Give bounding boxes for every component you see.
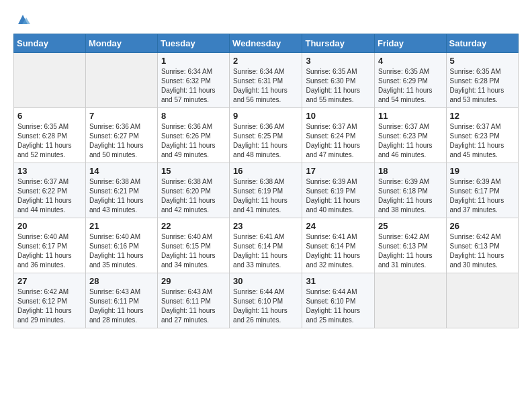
day-number: 3 xyxy=(306,56,371,66)
calendar-cell: 14Sunrise: 6:38 AMSunset: 6:21 PMDayligh… xyxy=(85,163,157,218)
day-number: 1 xyxy=(161,56,226,66)
day-number: 22 xyxy=(161,221,226,231)
calendar-cell: 17Sunrise: 6:39 AMSunset: 6:19 PMDayligh… xyxy=(302,163,375,218)
calendar-cell: 9Sunrise: 6:36 AMSunset: 6:25 PMDaylight… xyxy=(230,108,302,163)
cell-info: Sunrise: 6:39 AMSunset: 6:17 PMDaylight:… xyxy=(450,177,515,215)
cell-info: Sunrise: 6:37 AMSunset: 6:24 PMDaylight:… xyxy=(306,122,371,160)
week-row-3: 20Sunrise: 6:40 AMSunset: 6:17 PMDayligh… xyxy=(14,218,519,273)
day-number: 18 xyxy=(378,166,443,176)
day-number: 12 xyxy=(450,111,515,121)
logo-icon xyxy=(15,12,30,27)
cell-info: Sunrise: 6:40 AMSunset: 6:16 PMDaylight:… xyxy=(89,232,154,270)
calendar-cell: 11Sunrise: 6:37 AMSunset: 6:23 PMDayligh… xyxy=(375,108,447,163)
week-row-4: 27Sunrise: 6:42 AMSunset: 6:12 PMDayligh… xyxy=(14,273,519,328)
cell-info: Sunrise: 6:35 AMSunset: 6:30 PMDaylight:… xyxy=(306,67,371,105)
day-number: 31 xyxy=(306,276,371,286)
day-number: 19 xyxy=(450,166,515,176)
calendar-cell: 2Sunrise: 6:34 AMSunset: 6:31 PMDaylight… xyxy=(230,53,302,108)
cell-info: Sunrise: 6:39 AMSunset: 6:19 PMDaylight:… xyxy=(306,177,371,215)
week-row-2: 13Sunrise: 6:37 AMSunset: 6:22 PMDayligh… xyxy=(14,163,519,218)
day-number: 29 xyxy=(161,276,226,286)
cell-info: Sunrise: 6:37 AMSunset: 6:23 PMDaylight:… xyxy=(378,122,443,160)
calendar-cell: 5Sunrise: 6:35 AMSunset: 6:28 PMDaylight… xyxy=(446,53,518,108)
day-number: 21 xyxy=(89,221,154,231)
calendar-cell: 31Sunrise: 6:44 AMSunset: 6:10 PMDayligh… xyxy=(302,273,375,328)
calendar-cell: 16Sunrise: 6:38 AMSunset: 6:19 PMDayligh… xyxy=(230,163,302,218)
calendar-cell: 30Sunrise: 6:44 AMSunset: 6:10 PMDayligh… xyxy=(230,273,302,328)
day-number: 6 xyxy=(17,111,82,121)
cell-info: Sunrise: 6:37 AMSunset: 6:22 PMDaylight:… xyxy=(17,177,82,215)
day-number: 10 xyxy=(306,111,371,121)
calendar-cell xyxy=(85,53,157,108)
day-number: 20 xyxy=(17,221,82,231)
cell-info: Sunrise: 6:38 AMSunset: 6:21 PMDaylight:… xyxy=(89,177,154,215)
calendar-cell: 27Sunrise: 6:42 AMSunset: 6:12 PMDayligh… xyxy=(14,273,86,328)
day-number: 16 xyxy=(233,166,298,176)
cell-info: Sunrise: 6:41 AMSunset: 6:14 PMDaylight:… xyxy=(306,232,371,270)
calendar-cell: 21Sunrise: 6:40 AMSunset: 6:16 PMDayligh… xyxy=(85,218,157,273)
cell-info: Sunrise: 6:42 AMSunset: 6:13 PMDaylight:… xyxy=(450,232,515,270)
calendar-cell xyxy=(375,273,447,328)
cell-info: Sunrise: 6:42 AMSunset: 6:12 PMDaylight:… xyxy=(17,287,82,325)
day-header-tuesday: Tuesday xyxy=(157,34,229,53)
calendar-cell: 24Sunrise: 6:41 AMSunset: 6:14 PMDayligh… xyxy=(302,218,375,273)
calendar-header-row: SundayMondayTuesdayWednesdayThursdayFrid… xyxy=(14,34,519,53)
day-header-monday: Monday xyxy=(85,34,157,53)
calendar-cell: 6Sunrise: 6:35 AMSunset: 6:28 PMDaylight… xyxy=(14,108,86,163)
page-header xyxy=(13,13,519,27)
calendar-cell: 13Sunrise: 6:37 AMSunset: 6:22 PMDayligh… xyxy=(14,163,86,218)
calendar-cell: 29Sunrise: 6:43 AMSunset: 6:11 PMDayligh… xyxy=(157,273,229,328)
calendar-cell: 7Sunrise: 6:36 AMSunset: 6:27 PMDaylight… xyxy=(85,108,157,163)
calendar-cell: 19Sunrise: 6:39 AMSunset: 6:17 PMDayligh… xyxy=(446,163,518,218)
cell-info: Sunrise: 6:39 AMSunset: 6:18 PMDaylight:… xyxy=(378,177,443,215)
day-number: 28 xyxy=(89,276,154,286)
day-number: 17 xyxy=(306,166,371,176)
day-header-sunday: Sunday xyxy=(14,34,86,53)
cell-info: Sunrise: 6:35 AMSunset: 6:29 PMDaylight:… xyxy=(378,67,443,105)
day-number: 2 xyxy=(233,56,298,66)
day-number: 24 xyxy=(306,221,371,231)
cell-info: Sunrise: 6:40 AMSunset: 6:15 PMDaylight:… xyxy=(161,232,226,270)
cell-info: Sunrise: 6:36 AMSunset: 6:27 PMDaylight:… xyxy=(89,122,154,160)
calendar-cell: 4Sunrise: 6:35 AMSunset: 6:29 PMDaylight… xyxy=(375,53,447,108)
day-number: 26 xyxy=(450,221,515,231)
calendar-cell: 20Sunrise: 6:40 AMSunset: 6:17 PMDayligh… xyxy=(14,218,86,273)
day-number: 11 xyxy=(378,111,443,121)
cell-info: Sunrise: 6:44 AMSunset: 6:10 PMDaylight:… xyxy=(233,287,298,325)
cell-info: Sunrise: 6:34 AMSunset: 6:32 PMDaylight:… xyxy=(161,67,226,105)
cell-info: Sunrise: 6:42 AMSunset: 6:13 PMDaylight:… xyxy=(378,232,443,270)
day-number: 14 xyxy=(89,166,154,176)
calendar-cell: 10Sunrise: 6:37 AMSunset: 6:24 PMDayligh… xyxy=(302,108,375,163)
day-header-wednesday: Wednesday xyxy=(230,34,302,53)
cell-info: Sunrise: 6:40 AMSunset: 6:17 PMDaylight:… xyxy=(17,232,82,270)
cell-info: Sunrise: 6:43 AMSunset: 6:11 PMDaylight:… xyxy=(161,287,226,325)
calendar-cell: 23Sunrise: 6:41 AMSunset: 6:14 PMDayligh… xyxy=(230,218,302,273)
calendar-cell: 22Sunrise: 6:40 AMSunset: 6:15 PMDayligh… xyxy=(157,218,229,273)
day-number: 4 xyxy=(378,56,443,66)
cell-info: Sunrise: 6:36 AMSunset: 6:26 PMDaylight:… xyxy=(161,122,226,160)
cell-info: Sunrise: 6:38 AMSunset: 6:19 PMDaylight:… xyxy=(233,177,298,215)
week-row-1: 6Sunrise: 6:35 AMSunset: 6:28 PMDaylight… xyxy=(14,108,519,163)
day-number: 5 xyxy=(450,56,515,66)
calendar-cell: 8Sunrise: 6:36 AMSunset: 6:26 PMDaylight… xyxy=(157,108,229,163)
day-number: 27 xyxy=(17,276,82,286)
calendar-table: SundayMondayTuesdayWednesdayThursdayFrid… xyxy=(13,34,519,328)
logo xyxy=(13,13,30,27)
calendar-cell: 3Sunrise: 6:35 AMSunset: 6:30 PMDaylight… xyxy=(302,53,375,108)
cell-info: Sunrise: 6:36 AMSunset: 6:25 PMDaylight:… xyxy=(233,122,298,160)
calendar-cell xyxy=(446,273,518,328)
day-number: 25 xyxy=(378,221,443,231)
cell-info: Sunrise: 6:43 AMSunset: 6:11 PMDaylight:… xyxy=(89,287,154,325)
day-number: 23 xyxy=(233,221,298,231)
week-row-0: 1Sunrise: 6:34 AMSunset: 6:32 PMDaylight… xyxy=(14,53,519,108)
cell-info: Sunrise: 6:35 AMSunset: 6:28 PMDaylight:… xyxy=(450,67,515,105)
cell-info: Sunrise: 6:44 AMSunset: 6:10 PMDaylight:… xyxy=(306,287,371,325)
day-header-saturday: Saturday xyxy=(446,34,518,53)
calendar-cell: 25Sunrise: 6:42 AMSunset: 6:13 PMDayligh… xyxy=(375,218,447,273)
calendar-cell: 28Sunrise: 6:43 AMSunset: 6:11 PMDayligh… xyxy=(85,273,157,328)
day-header-friday: Friday xyxy=(375,34,447,53)
day-number: 8 xyxy=(161,111,226,121)
day-header-thursday: Thursday xyxy=(302,34,375,53)
calendar-cell: 15Sunrise: 6:38 AMSunset: 6:20 PMDayligh… xyxy=(157,163,229,218)
calendar-cell: 26Sunrise: 6:42 AMSunset: 6:13 PMDayligh… xyxy=(446,218,518,273)
